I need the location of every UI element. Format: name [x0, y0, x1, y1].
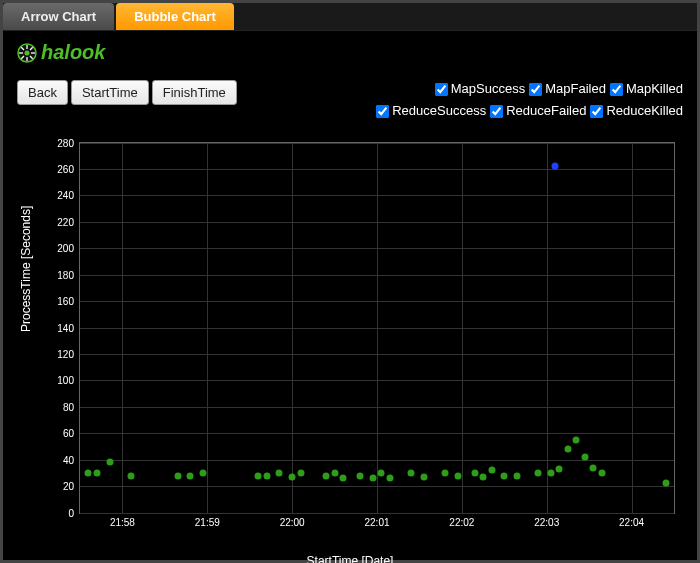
- data-point[interactable]: [501, 472, 508, 479]
- tab-bubble-chart[interactable]: Bubble Chart: [116, 3, 234, 30]
- starttime-button[interactable]: StartTime: [71, 80, 149, 105]
- legend-checkbox-reducefailed[interactable]: ReduceFailed: [490, 102, 586, 121]
- data-point[interactable]: [174, 472, 181, 479]
- gridline-v: [377, 143, 378, 513]
- data-point[interactable]: [573, 436, 580, 443]
- data-point[interactable]: [263, 472, 270, 479]
- data-point[interactable]: [564, 446, 571, 453]
- checkbox-mapfailed[interactable]: [529, 83, 542, 96]
- y-tick: 0: [68, 507, 74, 518]
- svg-point-9: [25, 50, 30, 55]
- legend: MapSuccessMapFailedMapKilled ReduceSucce…: [372, 80, 683, 124]
- data-point[interactable]: [471, 469, 478, 476]
- y-tick: 120: [57, 348, 74, 359]
- controls-row: Back StartTime FinishTime MapSuccessMapF…: [3, 74, 697, 128]
- gridline-v: [122, 143, 123, 513]
- data-point[interactable]: [552, 163, 559, 170]
- data-point[interactable]: [187, 472, 194, 479]
- y-tick: 260: [57, 163, 74, 174]
- y-tick: 240: [57, 190, 74, 201]
- x-tick: 22:02: [449, 517, 474, 528]
- legend-label: MapSuccess: [451, 80, 525, 99]
- legend-label: MapFailed: [545, 80, 606, 99]
- y-tick: 200: [57, 243, 74, 254]
- brand-logo-icon: [17, 43, 37, 63]
- data-point[interactable]: [420, 473, 427, 480]
- x-tick: 22:04: [619, 517, 644, 528]
- brand: halook: [3, 31, 697, 74]
- data-point[interactable]: [331, 469, 338, 476]
- legend-checkbox-mapsuccess[interactable]: MapSuccess: [435, 80, 525, 99]
- data-point[interactable]: [598, 469, 605, 476]
- y-tick: 40: [63, 454, 74, 465]
- legend-label: ReduceFailed: [506, 102, 586, 121]
- checkbox-reducefailed[interactable]: [490, 105, 503, 118]
- data-point[interactable]: [386, 475, 393, 482]
- data-point[interactable]: [480, 473, 487, 480]
- y-tick: 60: [63, 428, 74, 439]
- data-point[interactable]: [85, 469, 92, 476]
- gridline-v: [462, 143, 463, 513]
- gridline-v: [547, 143, 548, 513]
- tab-arrow-chart[interactable]: Arrow Chart: [3, 3, 114, 30]
- data-point[interactable]: [488, 467, 495, 474]
- y-tick: 140: [57, 322, 74, 333]
- y-tick: 100: [57, 375, 74, 386]
- data-point[interactable]: [581, 454, 588, 461]
- data-point[interactable]: [547, 469, 554, 476]
- legend-checkbox-mapfailed[interactable]: MapFailed: [529, 80, 606, 99]
- data-point[interactable]: [441, 469, 448, 476]
- data-point[interactable]: [556, 465, 563, 472]
- data-point[interactable]: [127, 472, 134, 479]
- gridline-v: [207, 143, 208, 513]
- x-tick: 21:58: [110, 517, 135, 528]
- data-point[interactable]: [340, 475, 347, 482]
- tab-bar: Arrow Chart Bubble Chart: [3, 3, 697, 31]
- x-tick: 22:03: [534, 517, 559, 528]
- data-point[interactable]: [200, 469, 207, 476]
- y-tick: 20: [63, 481, 74, 492]
- finishtime-button[interactable]: FinishTime: [152, 80, 237, 105]
- y-tick: 220: [57, 216, 74, 227]
- brand-text: halook: [41, 41, 105, 64]
- data-point[interactable]: [535, 469, 542, 476]
- data-point[interactable]: [407, 469, 414, 476]
- x-tick: 22:01: [364, 517, 389, 528]
- data-point[interactable]: [255, 472, 262, 479]
- checkbox-reducesuccess[interactable]: [376, 105, 389, 118]
- x-tick: 21:59: [195, 517, 220, 528]
- data-point[interactable]: [514, 472, 521, 479]
- data-point[interactable]: [289, 473, 296, 480]
- bubble-chart: ProcessTime [Seconds] 020406080100120140…: [21, 132, 679, 552]
- legend-label: MapKilled: [626, 80, 683, 99]
- data-point[interactable]: [93, 469, 100, 476]
- data-point[interactable]: [323, 472, 330, 479]
- data-point[interactable]: [106, 459, 113, 466]
- gridline-v: [292, 143, 293, 513]
- plot-area[interactable]: 0204060801001201401601802002202402602802…: [79, 142, 675, 514]
- x-tick: 22:00: [280, 517, 305, 528]
- data-point[interactable]: [378, 469, 385, 476]
- data-point[interactable]: [297, 469, 304, 476]
- data-point[interactable]: [662, 480, 669, 487]
- data-point[interactable]: [276, 469, 283, 476]
- checkbox-reducekilled[interactable]: [590, 105, 603, 118]
- gridline-h: [80, 513, 674, 514]
- checkbox-mapsuccess[interactable]: [435, 83, 448, 96]
- data-point[interactable]: [357, 472, 364, 479]
- legend-checkbox-reducekilled[interactable]: ReduceKilled: [590, 102, 683, 121]
- legend-label: ReduceKilled: [606, 102, 683, 121]
- y-tick: 80: [63, 401, 74, 412]
- back-button[interactable]: Back: [17, 80, 68, 105]
- legend-label: ReduceSuccess: [392, 102, 486, 121]
- data-point[interactable]: [590, 464, 597, 471]
- y-tick: 180: [57, 269, 74, 280]
- legend-checkbox-reducesuccess[interactable]: ReduceSuccess: [376, 102, 486, 121]
- legend-checkbox-mapkilled[interactable]: MapKilled: [610, 80, 683, 99]
- data-point[interactable]: [454, 472, 461, 479]
- checkbox-mapkilled[interactable]: [610, 83, 623, 96]
- gridline-v: [632, 143, 633, 513]
- data-point[interactable]: [369, 475, 376, 482]
- y-tick: 280: [57, 137, 74, 148]
- y-axis-label: ProcessTime [Seconds]: [19, 205, 33, 331]
